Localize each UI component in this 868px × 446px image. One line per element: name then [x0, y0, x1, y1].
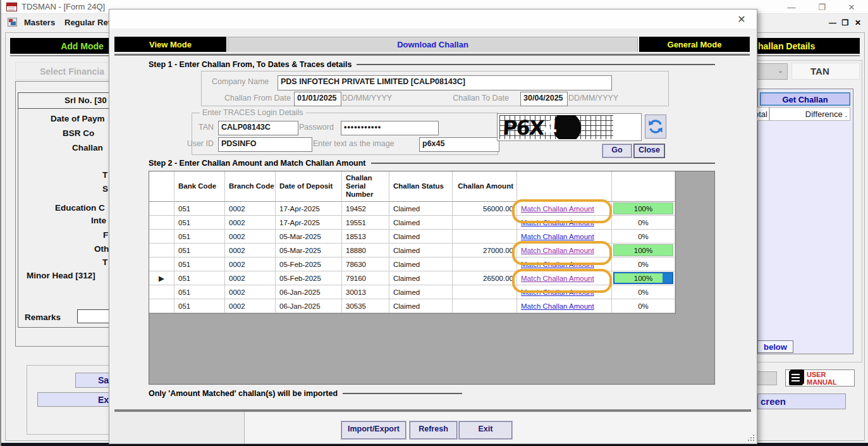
mdi-close-button[interactable]: ✕ — [852, 18, 864, 27]
dialog-footer: Import/Export Refresh Exit — [109, 412, 757, 443]
serial-number-cell: 30535 — [342, 299, 389, 313]
footer-note-row: Only 'Amount Matched' challan(s) will be… — [149, 389, 462, 398]
app-icon — [6, 3, 17, 11]
row-selector-cell — [149, 202, 174, 216]
company-name-label: Company Name — [212, 77, 269, 86]
status-cell: Claimed — [389, 271, 453, 285]
tab-general-mode[interactable]: General Mode — [639, 37, 750, 52]
window-restore-button[interactable]: ❐ — [812, 3, 831, 12]
field-label: Education C — [55, 203, 105, 213]
window-minimize-button[interactable]: — — [782, 3, 801, 12]
match-challan-link[interactable]: Match Challan Amount — [521, 261, 594, 268]
match-challan-link[interactable]: Match Challan Amount — [521, 302, 594, 310]
mdi-minimize-button[interactable]: — — [827, 18, 838, 27]
match-percent-badge: 100% — [613, 244, 673, 256]
below-button[interactable]: below — [757, 340, 793, 353]
grid-header-row: Bank CodeBranch CodeDate of DepositChall… — [149, 171, 675, 202]
match-link-cell: Match Challan Amount — [517, 244, 612, 257]
field-label: Minor Head [312] — [27, 271, 95, 280]
challan-grid-container: Bank CodeBranch CodeDate of DepositChall… — [149, 171, 715, 385]
challan-row[interactable]: 051000206-Jan-202530535ClaimedMatch Chal… — [149, 299, 675, 313]
user-manual-button[interactable]: USER MANUAL — [785, 369, 855, 387]
full-screen-button[interactable]: creen — [757, 393, 846, 409]
company-name-input[interactable]: PDS INFOTECH PRIVATE LIMITED [CALP08143C… — [278, 75, 612, 90]
captcha-close-button[interactable]: Close — [634, 144, 664, 158]
challan-row[interactable]: 051000205-Mar-202518880Claimed27000.00Ma… — [149, 244, 675, 257]
quarter-dropdown[interactable]: ⌄ — [755, 63, 788, 80]
go-button[interactable]: Go — [602, 144, 632, 158]
tab-download-challan[interactable]: Download Challan — [228, 37, 638, 52]
match-challan-link[interactable]: Match Challan Amount — [521, 288, 594, 296]
user-id-input[interactable]: PDSINFO — [218, 137, 312, 152]
match-percent-cell: 0% — [612, 257, 675, 271]
amount-cell: 27000.00 — [453, 244, 517, 257]
branch-code-cell: 0002 — [225, 257, 276, 271]
grid-column-header: Challan Amount — [453, 171, 517, 202]
import-export-button[interactable]: Import/Export — [341, 421, 406, 439]
to-date-input[interactable]: 30/04/2025 — [520, 92, 568, 106]
grid-column-header — [612, 171, 675, 202]
branch-code-cell: 0002 — [225, 299, 276, 313]
remarks-label: Remarks — [25, 313, 61, 322]
branch-code-cell: 0002 — [225, 230, 276, 244]
get-challan-button[interactable]: Get Challan — [760, 92, 850, 106]
row-selector-cell — [149, 216, 174, 230]
row-selector-cell — [149, 244, 174, 257]
serial-number-cell: 79160 — [342, 271, 389, 285]
captcha-image: P6X45 — [499, 115, 613, 139]
match-challan-link[interactable]: Match Challan Amount — [521, 205, 594, 213]
match-challan-link[interactable]: Match Challan Amount — [521, 275, 594, 282]
challan-row[interactable]: ▶051000205-Feb-202579160Claimed26500.00M… — [149, 271, 675, 285]
deposit-date-cell: 05-Feb-2025 — [276, 257, 342, 271]
bank-code-cell: 051 — [174, 299, 225, 313]
match-challan-link[interactable]: Match Challan Amount — [521, 233, 594, 240]
tab-rule — [114, 54, 750, 56]
from-date-input[interactable]: 01/01/2025 — [294, 92, 341, 106]
user-manual-line2: MANUAL — [807, 378, 837, 386]
step2-rule — [371, 163, 715, 164]
challan-row[interactable]: 051000217-Apr-202519551ClaimedMatch Chal… — [149, 216, 675, 230]
dialog-exit-button[interactable]: Exit — [459, 421, 512, 439]
resize-grip[interactable] — [747, 434, 754, 441]
menu-regular-returns[interactable]: Regular Retu — [64, 18, 116, 27]
match-challan-link[interactable]: Match Challan Amount — [521, 219, 594, 226]
match-percent-cell: 0% — [612, 285, 675, 299]
captcha-input[interactable]: p6x45 — [419, 137, 499, 152]
amount-cell — [453, 230, 517, 244]
match-percent-cell: 0% — [612, 216, 675, 230]
deposit-date-cell: 05-Mar-2025 — [276, 244, 342, 257]
status-cell: Claimed — [389, 299, 453, 313]
refresh-button[interactable]: Refresh — [410, 421, 457, 439]
status-cell: Claimed — [389, 230, 453, 244]
field-label: Oth — [94, 244, 109, 254]
grid-column-header: Branch Code — [225, 171, 276, 202]
tab-view-mode[interactable]: View Mode — [114, 37, 226, 52]
field-label: S — [102, 184, 108, 194]
challan-row[interactable]: 051000205-Feb-202578630ClaimedMatch Chal… — [149, 257, 675, 271]
match-challan-link[interactable]: Match Challan Amount — [521, 247, 594, 254]
password-input[interactable]: ••••••••••• — [341, 121, 439, 135]
traces-tan-input[interactable]: CALP08143C — [218, 121, 298, 135]
window-title: TDSMAN - [Form 24Q] — [21, 2, 105, 11]
match-percent-cell: 100% — [612, 244, 675, 257]
bank-code-cell: 051 — [174, 257, 225, 271]
branch-code-cell: 0002 — [225, 285, 276, 299]
captcha-refresh-button[interactable] — [645, 115, 666, 139]
tab-download-challan-label: Download Challan — [397, 40, 468, 49]
challan-row[interactable]: 051000205-Mar-202518513ClaimedMatch Chal… — [149, 230, 675, 244]
dialog-close-icon[interactable]: ✕ — [735, 13, 748, 25]
status-cell: Claimed — [389, 202, 453, 216]
from-date-format: DD/MM/YYYY — [342, 94, 392, 102]
mdi-restore-button[interactable]: ❐ — [840, 18, 851, 27]
menu-masters[interactable]: Masters — [24, 18, 55, 27]
challan-row[interactable]: 051000217-Apr-202519452Claimed56000.00Ma… — [149, 202, 675, 216]
window-close-button[interactable]: ✕ — [842, 3, 861, 12]
status-cell: Claimed — [389, 216, 453, 230]
serial-number-cell: 18513 — [342, 230, 389, 244]
bank-code-cell: 051 — [174, 230, 225, 244]
branch-code-cell: 0002 — [225, 271, 276, 285]
bank-code-cell: 051 — [174, 285, 225, 299]
challan-row[interactable]: 051000206-Jan-202530013ClaimedMatch Chal… — [149, 285, 675, 299]
deposit-date-cell: 06-Jan-2025 — [276, 299, 342, 313]
field-label: T — [102, 170, 107, 180]
